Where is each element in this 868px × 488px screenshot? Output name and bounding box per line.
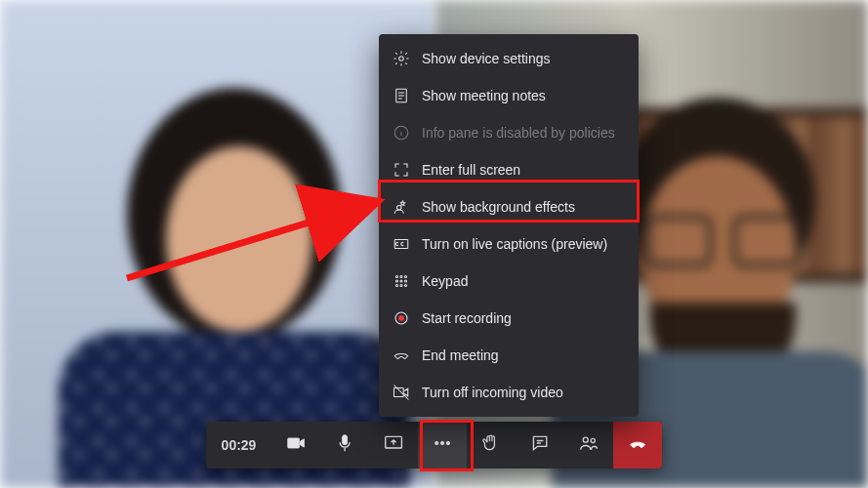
- menu-item-background-effects[interactable]: Show background effects: [379, 188, 639, 225]
- record-icon: [393, 309, 410, 327]
- svg-point-14: [395, 280, 397, 282]
- video-off-icon: [393, 384, 410, 401]
- menu-item-label: Turn on live captions (preview): [422, 236, 607, 252]
- menu-item-fullscreen[interactable]: Enter full screen: [379, 151, 639, 188]
- menu-item-info-pane-disabled: Info pane is disabled by policies: [379, 114, 639, 151]
- share-button[interactable]: [369, 422, 418, 468]
- svg-point-16: [404, 280, 406, 282]
- menu-item-label: Show background effects: [422, 199, 575, 215]
- svg-point-2: [441, 441, 444, 444]
- svg-point-19: [404, 284, 406, 286]
- keypad-icon: [393, 272, 410, 290]
- background-effects-icon: [393, 198, 410, 216]
- captions-icon: [393, 235, 410, 253]
- raise-hand-icon: [481, 433, 501, 457]
- svg-point-1: [435, 441, 438, 444]
- ellipsis-icon: [433, 433, 452, 457]
- svg-point-13: [404, 275, 406, 277]
- raise-hand-button[interactable]: [467, 422, 516, 468]
- menu-item-meeting-notes[interactable]: Show meeting notes: [379, 77, 639, 114]
- mic-icon: [335, 433, 354, 457]
- svg-point-4: [584, 437, 589, 442]
- chat-button[interactable]: [516, 422, 564, 468]
- menu-item-end-meeting[interactable]: End meeting: [379, 337, 639, 374]
- hangup-icon: [628, 433, 647, 457]
- svg-point-5: [591, 438, 595, 442]
- menu-item-device-settings[interactable]: Show device settings: [379, 40, 639, 77]
- menu-item-keypad[interactable]: Keypad: [379, 263, 639, 300]
- people-button[interactable]: [564, 422, 613, 468]
- more-actions-menu: Show device settings Show meeting notes …: [379, 34, 639, 417]
- mic-button[interactable]: [320, 422, 369, 468]
- svg-point-15: [400, 280, 402, 282]
- menu-item-label: End meeting: [422, 347, 499, 363]
- camera-button[interactable]: [271, 422, 320, 468]
- menu-item-turn-off-incoming-video[interactable]: Turn off incoming video: [379, 374, 639, 411]
- svg-point-3: [447, 441, 450, 444]
- menu-item-start-recording[interactable]: Start recording: [379, 300, 639, 337]
- chat-icon: [530, 433, 550, 457]
- svg-point-6: [399, 57, 404, 61]
- menu-item-live-captions[interactable]: Turn on live captions (preview): [379, 225, 639, 263]
- menu-item-label: Keypad: [422, 273, 468, 289]
- menu-item-label: Info pane is disabled by policies: [422, 125, 615, 141]
- menu-item-label: Turn off incoming video: [422, 385, 563, 400]
- svg-point-9: [397, 206, 402, 211]
- hangup-button[interactable]: [613, 422, 662, 468]
- gear-icon: [393, 50, 410, 67]
- svg-point-12: [400, 275, 402, 277]
- share-screen-icon: [384, 433, 403, 457]
- end-call-icon: [393, 346, 410, 364]
- fullscreen-icon: [393, 161, 410, 179]
- notes-icon: [393, 87, 410, 104]
- participant-tile-1: [0, 0, 434, 488]
- menu-item-label: Enter full screen: [422, 162, 520, 178]
- menu-item-label: Show device settings: [422, 51, 551, 66]
- svg-point-21: [398, 315, 404, 321]
- menu-item-label: Show meeting notes: [422, 88, 546, 103]
- svg-point-17: [395, 284, 397, 286]
- call-duration: 00:29: [206, 422, 272, 468]
- svg-point-18: [400, 284, 402, 286]
- more-actions-button[interactable]: [418, 422, 467, 468]
- info-icon: [393, 124, 410, 142]
- svg-point-11: [395, 275, 397, 277]
- menu-item-label: Start recording: [422, 310, 512, 326]
- camera-icon: [286, 433, 306, 457]
- meeting-toolbar: 00:29: [206, 422, 663, 468]
- people-icon: [579, 433, 599, 457]
